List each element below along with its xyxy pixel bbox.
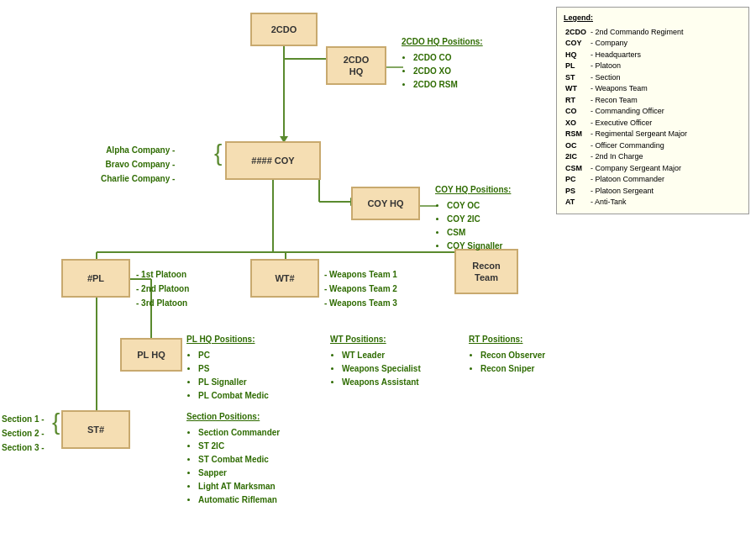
pl-hq-box: PL HQ	[120, 338, 182, 372]
legend-row: RT- Recon Team	[564, 95, 689, 107]
coy-hq-positions-box: COY HQ Positions: COY OC COY 2IC CSM COY…	[435, 183, 511, 253]
pl-hq-positions-box: PL HQ Positions: PC PS PL Signaller PL C…	[186, 333, 269, 403]
legend-row: HQ- Headquarters	[564, 50, 689, 61]
legend-row: 2CDO- 2nd Commando Regiment	[564, 27, 689, 39]
2cdo-box: 2CDO	[250, 13, 318, 46]
section-brace: {	[52, 410, 60, 434]
pl-box: #PL	[61, 259, 130, 298]
section-positions-box: Section Positions: Section Commander ST …	[186, 410, 280, 507]
legend-row: PL- Platoon	[564, 61, 689, 72]
legend-row: RSM- Regimental Sergeant Major	[564, 129, 689, 140]
wt-positions-box: WT Positions: WT Leader Weapons Speciali…	[330, 333, 421, 389]
wt-box: WT#	[250, 259, 319, 298]
legend-row: CSM- Company Sergeant Major	[564, 163, 689, 175]
legend-row: PC- Platoon Commander	[564, 174, 689, 186]
legend-row: OC- Officer Commanding	[564, 140, 689, 152]
legend-row: XO- Executive Officer	[564, 118, 689, 129]
platoon-labels: - 1st Platoon- 2nd Platoon- 3rd Platoon	[136, 267, 189, 310]
legend-box: Legend: 2CDO- 2nd Commando Regiment COY-…	[556, 7, 749, 214]
legend-row: ST- Section	[564, 72, 689, 84]
hq-positions-box: 2CDO HQ Positions: 2CDO CO 2CDO XO 2CDO …	[402, 35, 483, 92]
legend-table: 2CDO- 2nd Commando Regiment COY- Company…	[564, 27, 689, 208]
diagram-container: 2CDO 2CDOHQ #### COY COY HQ #PL WT# Reco…	[0, 0, 756, 538]
recon-box: ReconTeam	[454, 249, 518, 294]
legend-row: AT- Anti-Tank	[564, 197, 689, 208]
rt-positions-box: RT Positions: Recon Observer Recon Snipe…	[469, 333, 545, 376]
coy-box: #### COY	[225, 141, 321, 180]
legend-row: 2IC- 2nd In Charge	[564, 151, 689, 163]
legend-row: WT- Weapons Team	[564, 83, 689, 95]
st-box: ST#	[61, 410, 130, 449]
legend-row: CO- Commanding Officer	[564, 106, 689, 118]
company-labels: Alpha Company -Bravo Company -Charlie Co…	[101, 143, 175, 186]
company-brace: {	[214, 141, 222, 165]
2cdo-hq-box: 2CDOHQ	[326, 46, 386, 85]
legend-title: Legend:	[564, 13, 742, 24]
legend-row: COY- Company	[564, 38, 689, 50]
coy-hq-box: COY HQ	[351, 187, 420, 220]
wt-labels: - Weapons Team 1- Weapons Team 2- Weapon…	[324, 267, 397, 310]
section-labels: Section 1 -Section 2 -Section 3 -	[2, 412, 45, 455]
legend-row: PS- Platoon Sergeant	[564, 186, 689, 198]
